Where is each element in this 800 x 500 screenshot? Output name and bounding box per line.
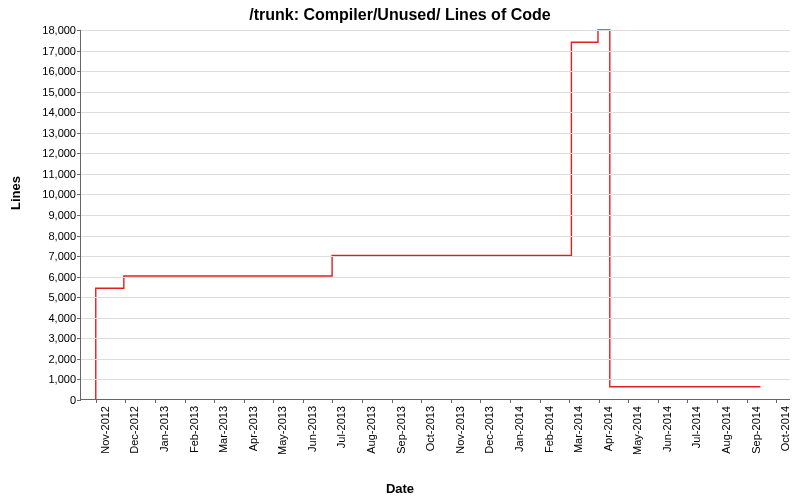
x-tick-label: May-2014 [631, 406, 643, 455]
y-tick-label: 15,000 [26, 86, 76, 98]
y-tick-mark [77, 30, 81, 31]
x-tick-label: Jul-2014 [690, 406, 702, 448]
y-gridline [81, 194, 790, 195]
x-tick-mark [687, 399, 688, 403]
x-tick-mark [510, 399, 511, 403]
y-tick-mark [77, 215, 81, 216]
y-tick-label: 14,000 [26, 106, 76, 118]
x-tick-mark [155, 399, 156, 403]
x-tick-label: Jun-2013 [306, 406, 318, 452]
x-tick-label: Aug-2013 [365, 406, 377, 454]
x-tick-label: Feb-2014 [543, 406, 555, 453]
x-tick-mark [362, 399, 363, 403]
y-gridline [81, 71, 790, 72]
x-tick-label: Sep-2013 [395, 406, 407, 454]
y-tick-mark [77, 359, 81, 360]
y-tick-label: 0 [26, 394, 76, 406]
y-tick-mark [77, 51, 81, 52]
x-tick-label: May-2013 [276, 406, 288, 455]
x-tick-mark [244, 399, 245, 403]
y-gridline [81, 338, 790, 339]
x-tick-label: Mar-2014 [572, 406, 584, 453]
x-tick-label: Dec-2013 [483, 406, 495, 454]
y-tick-mark [77, 174, 81, 175]
x-tick-label: Apr-2014 [602, 406, 614, 451]
x-tick-label: Feb-2013 [188, 406, 200, 453]
x-tick-label: Jul-2013 [335, 406, 347, 448]
y-gridline [81, 112, 790, 113]
y-tick-mark [77, 379, 81, 380]
y-gridline [81, 297, 790, 298]
y-tick-label: 6,000 [26, 271, 76, 283]
x-tick-mark [599, 399, 600, 403]
y-tick-label: 18,000 [26, 24, 76, 36]
y-gridline [81, 153, 790, 154]
y-tick-mark [77, 112, 81, 113]
y-tick-mark [77, 71, 81, 72]
y-gridline [81, 318, 790, 319]
y-tick-label: 9,000 [26, 209, 76, 221]
y-tick-mark [77, 133, 81, 134]
x-tick-mark [392, 399, 393, 403]
x-tick-label: Sep-2014 [750, 406, 762, 454]
x-tick-mark [125, 399, 126, 403]
x-tick-label: Oct-2013 [424, 406, 436, 451]
x-tick-label: Dec-2012 [128, 406, 140, 454]
y-gridline [81, 174, 790, 175]
y-gridline [81, 215, 790, 216]
x-tick-mark [421, 399, 422, 403]
y-tick-label: 4,000 [26, 312, 76, 324]
x-tick-mark [185, 399, 186, 403]
y-tick-label: 12,000 [26, 147, 76, 159]
x-tick-label: Jan-2013 [158, 406, 170, 452]
plot-area [80, 30, 790, 400]
y-gridline [81, 133, 790, 134]
x-tick-mark [569, 399, 570, 403]
y-tick-label: 11,000 [26, 168, 76, 180]
x-tick-mark [214, 399, 215, 403]
y-tick-label: 13,000 [26, 127, 76, 139]
x-tick-mark [96, 399, 97, 403]
x-tick-mark [628, 399, 629, 403]
y-tick-mark [77, 297, 81, 298]
y-tick-mark [77, 256, 81, 257]
y-tick-mark [77, 92, 81, 93]
x-tick-mark [451, 399, 452, 403]
y-gridline [81, 256, 790, 257]
y-axis-label: Lines [8, 176, 23, 210]
y-tick-label: 16,000 [26, 65, 76, 77]
x-tick-label: Oct-2014 [779, 406, 791, 451]
y-tick-mark [77, 318, 81, 319]
x-tick-mark [273, 399, 274, 403]
chart-title: /trunk: Compiler/Unused/ Lines of Code [0, 6, 800, 24]
x-tick-mark [303, 399, 304, 403]
x-tick-label: Mar-2013 [217, 406, 229, 453]
y-tick-label: 17,000 [26, 45, 76, 57]
x-tick-mark [747, 399, 748, 403]
y-tick-label: 10,000 [26, 188, 76, 200]
x-tick-label: Jan-2014 [513, 406, 525, 452]
y-gridline [81, 277, 790, 278]
y-gridline [81, 30, 790, 31]
x-tick-mark [332, 399, 333, 403]
x-tick-mark [717, 399, 718, 403]
y-tick-mark [77, 153, 81, 154]
x-tick-label: Aug-2014 [720, 406, 732, 454]
y-tick-mark [77, 236, 81, 237]
x-tick-label: Nov-2012 [99, 406, 111, 454]
y-gridline [81, 379, 790, 380]
y-tick-label: 8,000 [26, 230, 76, 242]
y-tick-label: 7,000 [26, 250, 76, 262]
x-tick-mark [776, 399, 777, 403]
y-tick-mark [77, 277, 81, 278]
x-tick-mark [540, 399, 541, 403]
y-gridline [81, 92, 790, 93]
y-tick-label: 3,000 [26, 332, 76, 344]
x-tick-label: Apr-2013 [247, 406, 259, 451]
y-gridline [81, 51, 790, 52]
y-tick-label: 1,000 [26, 373, 76, 385]
y-tick-mark [77, 400, 81, 401]
x-tick-mark [480, 399, 481, 403]
y-tick-mark [77, 338, 81, 339]
chart-container: /trunk: Compiler/Unused/ Lines of Code L… [0, 0, 800, 500]
